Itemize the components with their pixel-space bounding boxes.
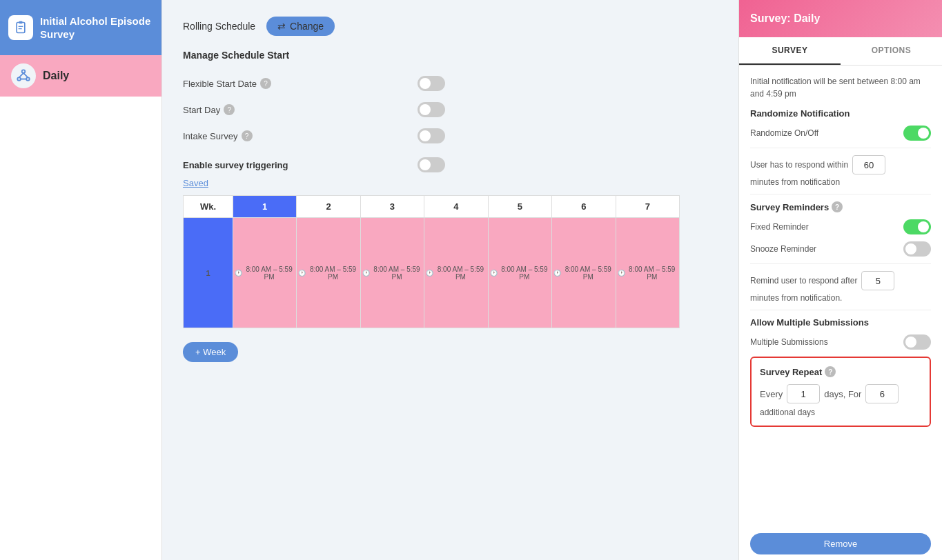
divider-2 (750, 194, 931, 194)
flexible-start-help-icon[interactable]: ? (260, 78, 271, 89)
svg-rect-1 (19, 21, 23, 23)
start-day-toggle[interactable] (418, 102, 445, 117)
multiple-submissions-label: Multiple Submissions (750, 337, 828, 347)
reminders-help-icon[interactable]: ? (832, 201, 843, 212)
col-header-6[interactable]: 6 (552, 196, 616, 218)
change-label: Change (290, 21, 324, 32)
svg-line-7 (19, 73, 23, 77)
clock-icon-2: 🕐 (298, 270, 306, 277)
right-panel-header: Survey: Daily (739, 0, 942, 37)
tab-survey[interactable]: SURVEY (739, 37, 841, 65)
enable-trigger-label: Enable survey triggering (183, 160, 288, 170)
notification-info: Initial notification will be sent betwee… (750, 75, 931, 100)
randomize-label: Randomize On/Off (750, 128, 818, 138)
right-panel-title: Survey: Daily (750, 12, 931, 25)
survey-repeat-help-icon[interactable]: ? (825, 366, 836, 377)
every-label: Every (760, 389, 783, 399)
day-3-time: 8:00 AM – 5:59 PM (371, 266, 422, 281)
clock-icon-3: 🕐 (362, 270, 370, 277)
respond-within-label: User has to respond within (750, 160, 848, 170)
multiple-submissions-toggle[interactable] (903, 334, 931, 350)
svg-point-6 (26, 77, 30, 81)
main-content: Rolling Schedule ⇄ Change Manage Schedul… (162, 0, 738, 560)
tab-options[interactable]: OPTIONS (841, 37, 942, 65)
divider-1 (750, 148, 931, 148)
survey-repeat-row: Every days, For (760, 384, 921, 403)
day-cell-3[interactable]: 🕐 8:00 AM – 5:59 PM (360, 218, 424, 328)
sidebar-title: Initial Alcohol Episode Survey (40, 14, 153, 41)
clipboard-icon (14, 21, 28, 34)
intake-survey-toggle[interactable] (418, 128, 445, 143)
respond-within-suffix: minutes from notification (750, 177, 931, 187)
change-icon: ⇄ (277, 21, 286, 32)
respond-within-input[interactable] (852, 155, 885, 174)
start-day-row: Start Day ? (183, 97, 445, 123)
fixed-reminder-label: Fixed Reminder (750, 222, 809, 232)
remind-after-label: Remind user to respond after (750, 276, 857, 286)
respond-within-row: User has to respond within minutes from … (750, 155, 931, 187)
snooze-reminder-label: Snooze Reminder (750, 244, 816, 254)
day-1-time: 8:00 AM – 5:59 PM (244, 266, 295, 281)
remind-after-row: Remind user to respond after minutes fro… (750, 271, 931, 303)
day-cell-1[interactable]: 🕐 8:00 AM – 5:59 PM (233, 218, 296, 328)
rolling-schedule-label: Rolling Schedule (183, 21, 255, 32)
day-7-time: 8:00 AM – 5:59 PM (627, 266, 678, 281)
for-value-input[interactable] (865, 384, 899, 403)
col-header-1[interactable]: 1 (233, 196, 296, 218)
intake-survey-row: Intake Survey ? (183, 123, 445, 149)
remind-after-input[interactable] (861, 271, 894, 290)
day-5-time: 8:00 AM – 5:59 PM (499, 266, 550, 281)
flexible-start-toggle[interactable] (418, 76, 445, 91)
start-day-label: Start Day (183, 105, 220, 115)
snooze-reminder-toggle[interactable] (903, 241, 931, 257)
sidebar: Initial Alcohol Episode Survey Daily (0, 0, 162, 560)
intake-survey-label: Intake Survey (183, 131, 238, 141)
table-row: 1 🕐 8:00 AM – 5:59 PM 🕐 8:00 AM – 5:59 P… (184, 218, 680, 328)
divider-3 (750, 263, 931, 264)
days-label: days, For (824, 389, 861, 399)
fixed-reminder-toggle[interactable] (903, 219, 931, 234)
add-week-button[interactable]: + Week (183, 342, 238, 362)
day-6-time: 8:00 AM – 5:59 PM (562, 266, 614, 281)
clock-icon-7: 🕐 (618, 270, 625, 277)
day-cell-5[interactable]: 🕐 8:00 AM – 5:59 PM (488, 218, 551, 328)
enable-trigger-toggle[interactable] (418, 157, 445, 172)
snooze-reminder-row: Snooze Reminder (750, 241, 931, 257)
randomize-toggle[interactable] (903, 126, 931, 141)
day-4-time: 8:00 AM – 5:59 PM (435, 266, 486, 281)
additional-days-label: additional days (760, 408, 921, 417)
start-day-help-icon[interactable]: ? (224, 104, 235, 115)
remove-button[interactable]: Remove (750, 533, 931, 554)
saved-link[interactable]: Saved (183, 178, 208, 188)
col-header-2[interactable]: 2 (297, 196, 360, 218)
flexible-start-label: Flexible Start Date (183, 79, 257, 89)
day-cell-7[interactable]: 🕐 8:00 AM – 5:59 PM (616, 218, 679, 328)
divider-4 (750, 310, 931, 310)
sidebar-item-label: Daily (43, 70, 69, 82)
sidebar-header-icon (8, 15, 33, 40)
col-header-7[interactable]: 7 (616, 196, 679, 218)
clock-icon-5: 🕐 (490, 270, 498, 277)
day-cell-4[interactable]: 🕐 8:00 AM – 5:59 PM (424, 218, 488, 328)
sidebar-item-daily[interactable]: Daily (0, 55, 161, 97)
multiple-submissions-section-title: Allow Multiple Submissions (750, 317, 931, 328)
col-header-5[interactable]: 5 (488, 196, 551, 218)
fixed-reminder-row: Fixed Reminder (750, 219, 931, 234)
every-value-input[interactable] (787, 384, 820, 403)
clock-icon: 🕐 (235, 270, 242, 277)
col-header-3[interactable]: 3 (360, 196, 424, 218)
right-tabs: SURVEY OPTIONS (739, 37, 942, 66)
rolling-schedule-row: Rolling Schedule ⇄ Change (183, 17, 718, 36)
svg-rect-0 (17, 23, 25, 33)
change-button[interactable]: ⇄ Change (266, 17, 335, 36)
right-panel-content: Initial notification will be sent betwee… (739, 66, 942, 528)
col-header-4[interactable]: 4 (424, 196, 488, 218)
day-cell-6[interactable]: 🕐 8:00 AM – 5:59 PM (552, 218, 616, 328)
flexible-start-row: Flexible Start Date ? (183, 70, 445, 97)
day-2-time: 8:00 AM – 5:59 PM (307, 266, 358, 281)
svg-point-4 (22, 70, 26, 73)
day-cell-2[interactable]: 🕐 8:00 AM – 5:59 PM (297, 218, 360, 328)
intake-survey-help-icon[interactable]: ? (242, 130, 253, 141)
manage-schedule-title: Manage Schedule Start (183, 50, 718, 61)
randomize-section-title: Randomize Notification (750, 108, 931, 119)
